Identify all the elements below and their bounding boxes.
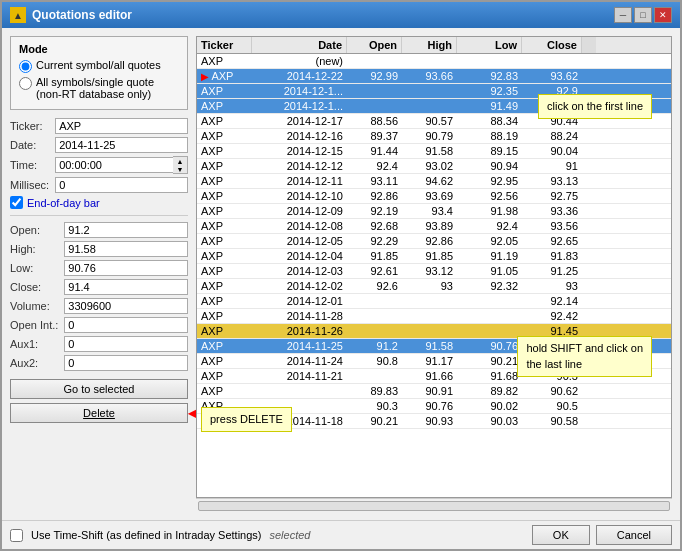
table-row[interactable]: AXP2014-11-2892.42: [197, 309, 671, 324]
mode-option2[interactable]: All symbols/single quote(non-RT database…: [19, 76, 179, 100]
table-cell: AXP: [197, 219, 252, 233]
delete-button[interactable]: Delete: [10, 403, 188, 423]
table-cell: 92.68: [347, 219, 402, 233]
open-input[interactable]: [64, 222, 188, 238]
table-row[interactable]: AXP2014-12-1092.8693.6992.5692.75: [197, 189, 671, 204]
table-cell: 91.98: [457, 204, 522, 218]
mode-option1[interactable]: Current symbol/all quotes: [19, 59, 179, 73]
right-panel: Ticker Date Open High Low Close AXP(new)…: [196, 36, 672, 512]
table-row[interactable]: AXP(new): [197, 54, 671, 69]
table-cell: [347, 54, 402, 68]
table-row[interactable]: AXP2014-12-1689.3790.7988.1988.24: [197, 129, 671, 144]
go-to-selected-button[interactable]: Go to selected: [10, 379, 188, 399]
delete-wrapper: Delete ◄: [10, 403, 188, 423]
open-label: Open:: [10, 224, 58, 236]
time-input[interactable]: [55, 157, 173, 173]
col-open: Open: [347, 37, 402, 53]
cancel-button[interactable]: Cancel: [596, 525, 672, 545]
close-button[interactable]: ✕: [654, 7, 672, 23]
use-timeshift-checkbox[interactable]: [10, 529, 23, 542]
table-cell: [457, 54, 522, 68]
table-row[interactable]: AXP2014-12-1591.4491.5889.1590.04: [197, 144, 671, 159]
table-cell: AXP: [197, 279, 252, 293]
table-cell: 90.21: [347, 414, 402, 428]
aux1-input[interactable]: [64, 336, 188, 352]
table-cell: AXP: [197, 189, 252, 203]
ticker-label: Ticker:: [10, 120, 49, 132]
high-label: High:: [10, 243, 58, 255]
time-down-button[interactable]: ▼: [173, 165, 187, 173]
table-cell: 90.76: [457, 339, 522, 353]
table-row[interactable]: AXP89.8390.9189.8290.62: [197, 384, 671, 399]
table-cell: 92.86: [402, 234, 457, 248]
eod-row: End-of-day bar: [10, 196, 188, 209]
table-row[interactable]: ▶ AXP2014-12-2292.9993.6692.8393.62: [197, 69, 671, 84]
table-row[interactable]: AXP2014-12-0491.8591.8591.1991.83: [197, 249, 671, 264]
table-cell: 91.58: [402, 144, 457, 158]
mode-radio1[interactable]: [19, 60, 32, 73]
table-cell: AXP: [197, 99, 252, 113]
mode-group: Mode Current symbol/all quotes All symbo…: [10, 36, 188, 110]
mode-radio2[interactable]: [19, 77, 32, 90]
col-date: Date: [252, 37, 347, 53]
high-input[interactable]: [64, 241, 188, 257]
h-scrollbar-thumb[interactable]: [198, 501, 670, 511]
table-cell: 89.15: [457, 144, 522, 158]
table-cell: 88.24: [522, 129, 582, 143]
date-input[interactable]: [55, 137, 188, 153]
table-cell: 93.4: [402, 204, 457, 218]
table-cell: [457, 324, 522, 338]
table-cell: 91.66: [402, 369, 457, 383]
time-up-button[interactable]: ▲: [173, 157, 187, 165]
table-cell: 90.03: [457, 414, 522, 428]
table-cell: [347, 324, 402, 338]
table-cell: 91.85: [402, 249, 457, 263]
table-cell: 90.57: [402, 114, 457, 128]
volume-input[interactable]: [64, 298, 188, 314]
table-cell: 91.83: [522, 249, 582, 263]
table-cell: 92.65: [522, 234, 582, 248]
table-cell: 90.04: [522, 144, 582, 158]
time-label: Time:: [10, 159, 49, 171]
table-row[interactable]: AXP2014-12-0392.6193.1291.0591.25: [197, 264, 671, 279]
app-icon: ▲: [10, 7, 26, 23]
table-cell: 93.89: [402, 219, 457, 233]
table-cell: AXP: [197, 264, 252, 278]
ok-button[interactable]: OK: [532, 525, 590, 545]
table-cell: 92.4: [347, 159, 402, 173]
table-cell: 90.8: [347, 354, 402, 368]
table-row[interactable]: AXP2014-12-0992.1993.491.9893.36: [197, 204, 671, 219]
table-row[interactable]: AXP2014-12-0592.2992.8692.0592.65: [197, 234, 671, 249]
table-cell: 91.49: [457, 99, 522, 113]
table-cell: 90.94: [457, 159, 522, 173]
table-row[interactable]: AXP2014-12-1292.493.0290.9491: [197, 159, 671, 174]
horizontal-scrollbar[interactable]: [196, 498, 672, 512]
table-cell: 90.3: [347, 399, 402, 413]
table-row[interactable]: AXP2014-12-0892.6893.8992.493.56: [197, 219, 671, 234]
table-cell: 93.66: [402, 69, 457, 83]
table-row[interactable]: AXP2014-12-0292.69392.3293: [197, 279, 671, 294]
table-row[interactable]: AXP2014-12-1193.1194.6292.9593.13: [197, 174, 671, 189]
openint-input[interactable]: [64, 317, 188, 333]
low-input[interactable]: [64, 260, 188, 276]
table-cell: AXP: [197, 129, 252, 143]
table-cell: [522, 54, 582, 68]
maximize-button[interactable]: □: [634, 7, 652, 23]
action-buttons: Go to selected Delete ◄: [10, 379, 188, 423]
table-cell: [402, 324, 457, 338]
eod-checkbox[interactable]: [10, 196, 23, 209]
table-row[interactable]: AXP2014-12-0192.14: [197, 294, 671, 309]
minimize-button[interactable]: ─: [614, 7, 632, 23]
table-cell: 92.35: [457, 84, 522, 98]
table-cell: 94.62: [402, 174, 457, 188]
table-cell: 92.6: [347, 279, 402, 293]
close-input[interactable]: [64, 279, 188, 295]
table-cell: AXP: [197, 84, 252, 98]
millisec-input[interactable]: [55, 177, 188, 193]
aux2-input[interactable]: [64, 355, 188, 371]
table-cell: 93.11: [347, 174, 402, 188]
table-cell: AXP: [197, 249, 252, 263]
table-cell: 2014-12-1...: [252, 99, 347, 113]
table-cell: 92.29: [347, 234, 402, 248]
ticker-input[interactable]: [55, 118, 188, 134]
